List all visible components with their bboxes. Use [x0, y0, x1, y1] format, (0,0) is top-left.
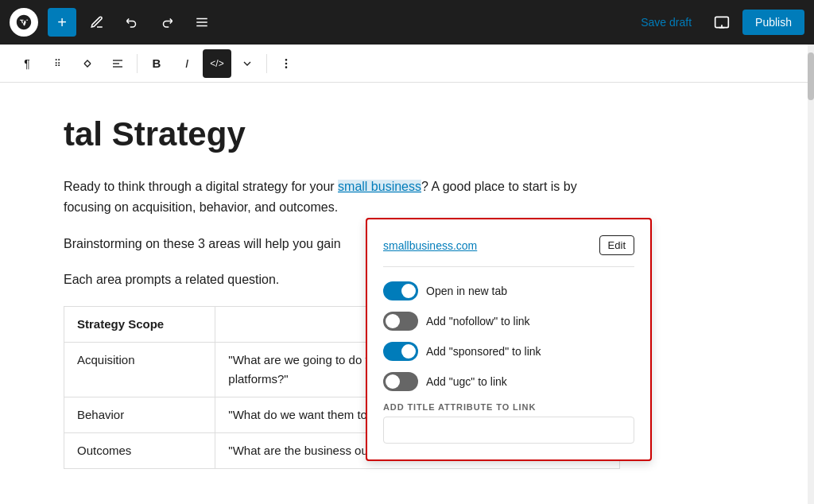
- title-attr-label: ADD TITLE ATTRIBUTE TO LINK: [383, 402, 634, 412]
- block-toolbar: ¶ ⠿ B I </>: [0, 45, 814, 83]
- paragraph-1-text-before: Ready to think through a digital strateg…: [64, 180, 338, 193]
- scrollbar[interactable]: [808, 45, 814, 504]
- tools-button[interactable]: [83, 8, 111, 37]
- toggle-sponsored-label: Add "sponsored" to link: [426, 345, 541, 358]
- table-cell-outcomes: Outcomes: [64, 432, 215, 468]
- top-toolbar: + Save draft Publish: [0, 0, 814, 45]
- bold-button[interactable]: B: [142, 49, 171, 78]
- code-button[interactable]: </>: [203, 49, 231, 78]
- preview-button[interactable]: [707, 8, 736, 37]
- toggle-ugc-row: Add "ugc" to link: [383, 372, 634, 391]
- svg-point-9: [285, 59, 286, 60]
- toggle-nofollow-slider: [383, 312, 418, 331]
- align-button[interactable]: [103, 49, 132, 78]
- table-header-scope: Strategy Scope: [64, 306, 215, 342]
- wp-logo[interactable]: [10, 8, 38, 37]
- drag-handle-button[interactable]: ⠿: [43, 49, 72, 78]
- toggle-sponsored-slider: [383, 342, 418, 361]
- toggle-nofollow[interactable]: [383, 312, 418, 331]
- small-business-link[interactable]: small business: [338, 180, 421, 193]
- publish-button[interactable]: Publish: [742, 10, 804, 35]
- scrollbar-thumb[interactable]: [808, 52, 814, 100]
- toggle-ugc[interactable]: [383, 372, 418, 391]
- table-cell-behavior: Behavior: [64, 397, 215, 432]
- chevron-up-down-icon: [81, 56, 94, 71]
- redo-button[interactable]: [153, 8, 181, 37]
- toolbar-divider-1: [137, 54, 138, 73]
- move-button[interactable]: [73, 49, 102, 78]
- toggle-new-tab-row: Open in new tab: [383, 281, 634, 300]
- drag-icon: ⠿: [54, 58, 60, 69]
- toolbar-divider-2: [266, 54, 267, 73]
- italic-button[interactable]: I: [172, 49, 201, 78]
- paragraph-icon: ¶: [24, 57, 30, 70]
- paragraph-1: Ready to think through a digital strateg…: [64, 176, 620, 217]
- toggle-new-tab-label: Open in new tab: [426, 285, 507, 297]
- edit-link-button[interactable]: Edit: [599, 235, 634, 255]
- title-attr-input[interactable]: [383, 417, 634, 444]
- toggle-new-tab[interactable]: [383, 281, 418, 300]
- link-url-row: smallbusiness.com Edit: [383, 235, 634, 267]
- code-icon: </>: [210, 58, 223, 69]
- toggle-nofollow-row: Add "nofollow" to link: [383, 312, 634, 331]
- toggle-new-tab-slider: [383, 281, 418, 300]
- editor-area: tal Strategy Ready to think through a di…: [0, 83, 814, 501]
- table-cell-acquisition: Acquisition: [64, 342, 215, 397]
- link-popup: smallbusiness.com Edit Open in new tab A…: [366, 218, 652, 461]
- add-block-button[interactable]: +: [48, 8, 76, 37]
- svg-point-10: [285, 63, 286, 64]
- toggle-sponsored-row: Add "sponsored" to link: [383, 342, 634, 361]
- more-options-dropdown[interactable]: [233, 49, 262, 78]
- save-draft-button[interactable]: Save draft: [631, 10, 701, 35]
- link-url[interactable]: smallbusiness.com: [383, 239, 477, 252]
- paragraph-type-button[interactable]: ¶: [13, 49, 41, 78]
- toggle-ugc-slider: [383, 372, 418, 391]
- document-overview-button[interactable]: [188, 8, 216, 37]
- page-title: tal Strategy: [64, 114, 750, 154]
- undo-button[interactable]: [118, 8, 146, 37]
- toggle-ugc-label: Add "ugc" to link: [426, 375, 507, 388]
- options-button[interactable]: [272, 49, 300, 78]
- toggle-nofollow-label: Add "nofollow" to link: [426, 315, 530, 328]
- toggle-sponsored[interactable]: [383, 342, 418, 361]
- svg-point-11: [285, 67, 286, 68]
